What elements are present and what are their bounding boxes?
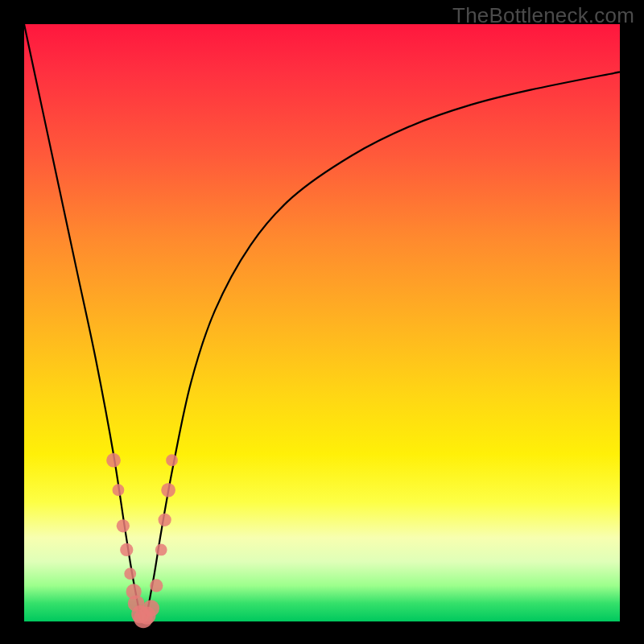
plot-area — [24, 24, 620, 621]
outer-frame: TheBottleneck.com — [0, 0, 644, 644]
chart-svg — [24, 24, 620, 621]
marker-dot — [113, 484, 125, 496]
marker-dot — [161, 483, 175, 497]
bottleneck-curve — [24, 24, 620, 621]
marker-dot — [117, 519, 130, 532]
marker-dot — [155, 544, 167, 556]
marker-dot — [159, 514, 171, 526]
marker-dot — [150, 579, 163, 592]
marker-dot — [166, 454, 178, 466]
marker-dot — [142, 600, 159, 617]
marker-dot — [106, 453, 121, 468]
watermark-text: TheBottleneck.com — [452, 3, 634, 28]
marker-dot — [120, 543, 133, 556]
marker-dot — [124, 568, 136, 580]
